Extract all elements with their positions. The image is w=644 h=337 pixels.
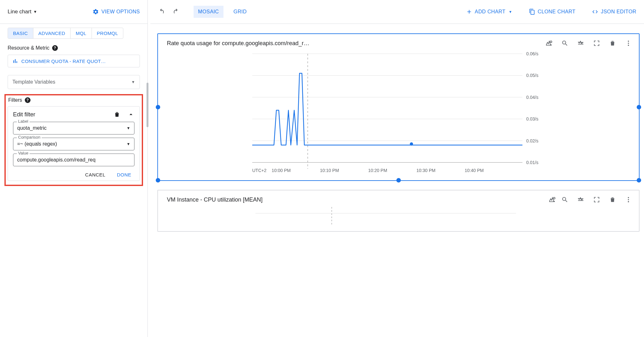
redo-icon[interactable] xyxy=(173,8,180,15)
plus-icon xyxy=(466,9,472,15)
filters-label: Filters xyxy=(8,97,22,103)
filter-value-field[interactable]: Value compute.googleapis.com/read_req xyxy=(13,154,134,166)
filter-card: Edit filter Label quota_metric▼ Comparis… xyxy=(8,106,140,181)
zoom-icon[interactable] xyxy=(561,40,568,47)
anomaly-icon[interactable] xyxy=(549,196,556,203)
more-vert-icon[interactable] xyxy=(625,40,632,47)
field-floating-label: Label xyxy=(17,119,30,124)
chart-title: VM Instance - CPU utilization [MEAN] xyxy=(167,196,540,203)
legend-icon[interactable] xyxy=(577,40,584,47)
left-panel: Line chart ▼ VIEW OPTIONS BASIC ADVANCED… xyxy=(0,0,148,337)
chart-type-selector[interactable]: Line chart ▼ xyxy=(8,9,37,15)
line-chart-svg: 0.06/s0.05/s0.04/s0.03/s0.02/s0.01/sUTC+… xyxy=(167,51,630,175)
field-floating-label: Comparison xyxy=(17,135,42,140)
svg-point-25 xyxy=(553,197,555,199)
chart-plot: 0.06/s0.05/s0.04/s0.03/s0.02/s0.01/sUTC+… xyxy=(158,51,639,180)
svg-text:10:10 PM: 10:10 PM xyxy=(320,168,339,173)
view-options-label: VIEW OPTIONS xyxy=(101,9,140,15)
svg-point-3 xyxy=(628,45,629,46)
clone-chart-button[interactable]: CLONE CHART xyxy=(529,9,576,15)
svg-text:0.04/s: 0.04/s xyxy=(526,95,538,100)
metric-chip-label: CONSUMER QUOTA - RATE QUOT… xyxy=(21,58,106,64)
resource-metric-label: Resource & Metric xyxy=(8,45,50,51)
view-options-button[interactable]: VIEW OPTIONS xyxy=(92,9,140,15)
tab-mql[interactable]: MQL xyxy=(71,28,92,38)
filter-card-title: Edit filter xyxy=(13,111,35,118)
done-button[interactable]: DONE xyxy=(117,172,131,177)
svg-point-2 xyxy=(628,43,629,44)
tab-advanced[interactable]: ADVANCED xyxy=(33,28,71,38)
chart-card-secondary[interactable]: VM Instance - CPU utilization [MEAN] xyxy=(157,190,640,232)
svg-text:10:20 PM: 10:20 PM xyxy=(368,168,387,173)
svg-text:UTC+2: UTC+2 xyxy=(252,168,267,173)
chart-type-label: Line chart xyxy=(8,9,31,15)
trash-icon[interactable] xyxy=(609,196,616,203)
chevron-down-icon: ▼ xyxy=(509,10,512,14)
trash-icon[interactable] xyxy=(113,111,120,118)
add-chart-label: ADD CHART xyxy=(475,9,506,15)
filters-section: Filters? Edit filter Label quota_metric▼… xyxy=(4,94,143,186)
legend-icon[interactable] xyxy=(577,196,584,203)
more-vert-icon[interactable] xyxy=(625,196,632,203)
fullscreen-icon[interactable] xyxy=(593,196,600,203)
chevron-down-icon: ▼ xyxy=(33,10,37,14)
fullscreen-icon[interactable] xyxy=(593,40,600,47)
layout-tab-grid[interactable]: GRID xyxy=(229,6,251,18)
chart-title: Rate quota usage for compute.googleapis.… xyxy=(167,40,540,47)
right-panel: MOSAIC GRID ADD CHART ▼ CLONE CHART JSON… xyxy=(150,0,644,337)
svg-text:0.03/s: 0.03/s xyxy=(526,116,538,121)
filter-value-value: compute.googleapis.com/read_req xyxy=(17,157,95,163)
metric-chip[interactable]: CONSUMER QUOTA - RATE QUOT… xyxy=(8,55,140,67)
layout-tab-mosaic[interactable]: MOSAIC xyxy=(194,6,223,18)
bar-chart-icon xyxy=(12,58,18,64)
copy-icon xyxy=(529,9,535,15)
add-chart-button[interactable]: ADD CHART ▼ xyxy=(466,9,512,15)
svg-text:0.05/s: 0.05/s xyxy=(526,73,538,78)
svg-text:10:30 PM: 10:30 PM xyxy=(416,168,435,173)
svg-point-27 xyxy=(628,199,629,200)
svg-text:0.06/s: 0.06/s xyxy=(526,51,538,56)
resource-metric-section: Resource & Metric? CONSUMER QUOTA - RATE… xyxy=(0,41,147,71)
svg-point-0 xyxy=(550,41,552,43)
clone-chart-label: CLONE CHART xyxy=(538,9,576,15)
svg-text:10:40 PM: 10:40 PM xyxy=(465,168,484,173)
chevron-down-icon: ▼ xyxy=(127,142,130,146)
tab-basic[interactable]: BASIC xyxy=(8,28,33,38)
zoom-icon[interactable] xyxy=(561,196,568,203)
line-chart-svg xyxy=(167,207,630,226)
tab-promql[interactable]: PROMQL xyxy=(92,28,123,38)
svg-text:0.01/s: 0.01/s xyxy=(526,160,538,165)
filter-label-field[interactable]: Label quota_metric▼ xyxy=(13,122,134,134)
filter-label-value: quota_metric xyxy=(17,125,47,131)
gear-icon xyxy=(92,9,99,15)
template-variables-dropdown[interactable]: Template Variables ▼ xyxy=(8,75,140,89)
panel-resize-handle[interactable] xyxy=(148,0,150,337)
editor-tabs: BASIC ADVANCED MQL PROMQL xyxy=(0,24,147,41)
svg-point-1 xyxy=(628,41,629,42)
svg-text:0.02/s: 0.02/s xyxy=(526,138,538,143)
chevron-up-icon[interactable] xyxy=(127,111,134,118)
template-variables-placeholder: Template Variables xyxy=(12,79,55,85)
undo-icon[interactable] xyxy=(158,8,165,15)
chevron-down-icon: ▼ xyxy=(127,126,130,130)
svg-point-18 xyxy=(410,142,413,146)
svg-text:10:00 PM: 10:00 PM xyxy=(272,168,291,173)
json-editor-button[interactable]: JSON EDITOR xyxy=(592,9,636,15)
svg-point-26 xyxy=(628,197,629,198)
svg-point-28 xyxy=(628,201,629,203)
cancel-button[interactable]: CANCEL xyxy=(85,172,106,177)
chart-card-primary[interactable]: Rate quota usage for compute.googleapis.… xyxy=(157,33,640,181)
json-editor-label: JSON EDITOR xyxy=(601,9,636,15)
code-icon xyxy=(592,9,598,15)
filter-comparison-value: =~ (equals regex) xyxy=(17,141,57,147)
trash-icon[interactable] xyxy=(609,40,616,47)
left-header: Line chart ▼ VIEW OPTIONS xyxy=(0,0,147,24)
filter-comparison-field[interactable]: Comparison =~ (equals regex)▼ xyxy=(13,138,134,150)
chevron-down-icon: ▼ xyxy=(131,80,135,84)
template-variables-section: Template Variables ▼ xyxy=(0,71,147,93)
anomaly-icon[interactable] xyxy=(545,40,552,47)
right-header: MOSAIC GRID ADD CHART ▼ CLONE CHART JSON… xyxy=(150,0,644,24)
help-icon[interactable]: ? xyxy=(52,45,58,51)
field-floating-label: Value xyxy=(17,151,30,155)
help-icon[interactable]: ? xyxy=(25,97,31,103)
